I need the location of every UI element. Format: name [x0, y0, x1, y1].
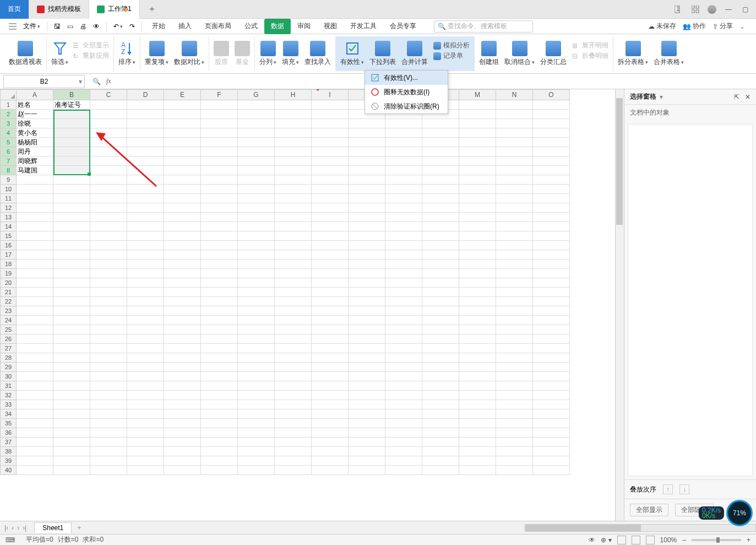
coop-link[interactable]: 👥协作 [683, 21, 706, 31]
cell-M29[interactable] [459, 363, 496, 372]
cell-K27[interactable] [385, 344, 422, 353]
cell-F16[interactable] [201, 241, 238, 250]
cell-N21[interactable] [496, 288, 533, 297]
cell-K24[interactable] [385, 316, 422, 325]
colhead-G[interactable]: G [238, 89, 275, 100]
collapse-button[interactable]: ⊟折叠明细 [572, 51, 608, 61]
cell-L34[interactable] [422, 409, 459, 419]
cell-E38[interactable] [164, 447, 201, 456]
redo-button[interactable]: ↷ [126, 19, 138, 34]
cell-F2[interactable] [201, 110, 238, 119]
cell-G20[interactable] [238, 278, 275, 288]
cell-F3[interactable] [201, 119, 238, 128]
cell-G29[interactable] [238, 363, 275, 372]
tab-template[interactable]: 找稻壳模板 [29, 0, 89, 19]
cell-A30[interactable] [17, 372, 53, 381]
cell-O29[interactable] [533, 363, 570, 372]
cell-A33[interactable] [17, 400, 53, 409]
cell-A22[interactable] [17, 297, 53, 306]
rowhead-15[interactable]: 15 [0, 231, 17, 241]
cell-M36[interactable] [459, 428, 496, 438]
cell-L10[interactable] [422, 185, 459, 194]
cell-F23[interactable] [201, 306, 238, 316]
cell-M40[interactable] [459, 466, 496, 475]
cell-A37[interactable] [17, 438, 53, 447]
cell-M27[interactable] [459, 344, 496, 353]
cell-E17[interactable] [164, 250, 201, 260]
cell-O26[interactable] [533, 334, 570, 344]
cell-D18[interactable] [127, 260, 164, 269]
showall-button[interactable]: 全部显示 [630, 504, 668, 516]
share-link[interactable]: ⇪分享 [713, 21, 733, 31]
cell-L11[interactable] [422, 194, 459, 203]
cell-D31[interactable] [127, 381, 164, 391]
cell-I5[interactable] [312, 138, 349, 147]
validity-item[interactable]: 有效性(V)... [365, 71, 448, 85]
cell-A1[interactable]: 姓名 [17, 100, 53, 110]
cell-G13[interactable] [238, 213, 275, 222]
cell-D7[interactable] [127, 157, 164, 166]
cell-C37[interactable] [90, 438, 127, 447]
rowhead-34[interactable]: 34 [0, 409, 17, 419]
rowhead-40[interactable]: 40 [0, 466, 17, 475]
cell-A5[interactable]: 杨杨阳 [17, 138, 53, 147]
cell-B36[interactable] [53, 428, 90, 438]
cell-H40[interactable] [275, 466, 312, 475]
cell-K26[interactable] [385, 334, 422, 344]
view-layout-icon[interactable] [632, 536, 640, 544]
cell-A7[interactable]: 周晓辉 [17, 157, 53, 166]
cell-J15[interactable] [349, 231, 385, 241]
cell-C36[interactable] [90, 428, 127, 438]
zoom-in-button[interactable]: + [747, 536, 750, 544]
cell-N12[interactable] [496, 203, 533, 213]
cell-M39[interactable] [459, 456, 496, 466]
group-button[interactable]: 创建组 [479, 41, 499, 67]
rowhead-39[interactable]: 39 [0, 456, 17, 466]
cell-N8[interactable] [496, 166, 533, 175]
cell-C13[interactable] [90, 213, 127, 222]
cell-G2[interactable] [238, 110, 275, 119]
cell-E20[interactable] [164, 278, 201, 288]
validity-button[interactable]: 有效性 [340, 41, 364, 67]
cell-C7[interactable] [90, 157, 127, 166]
rowhead-19[interactable]: 19 [0, 269, 17, 278]
cell-F9[interactable] [201, 175, 238, 185]
cell-O15[interactable] [533, 231, 570, 241]
cell-H4[interactable] [275, 128, 312, 138]
rowhead-1[interactable]: 1 [0, 100, 17, 110]
cell-F31[interactable] [201, 381, 238, 391]
cell-O27[interactable] [533, 344, 570, 353]
rowhead-24[interactable]: 24 [0, 316, 17, 325]
cell-N31[interactable] [496, 381, 533, 391]
cell-G30[interactable] [238, 372, 275, 381]
cell-M16[interactable] [459, 241, 496, 250]
cell-H3[interactable] [275, 119, 312, 128]
cell-J14[interactable] [349, 222, 385, 231]
cell-F37[interactable] [201, 438, 238, 447]
rowhead-27[interactable]: 27 [0, 344, 17, 353]
cell-I13[interactable] [312, 213, 349, 222]
cell-B29[interactable] [53, 363, 90, 372]
zoom-out-button[interactable]: – [682, 536, 686, 544]
rowhead-31[interactable]: 31 [0, 381, 17, 391]
cell-E10[interactable] [164, 185, 201, 194]
cell-N25[interactable] [496, 325, 533, 334]
cell-M6[interactable] [459, 147, 496, 157]
cell-L40[interactable] [422, 466, 459, 475]
cell-B12[interactable] [53, 203, 90, 213]
cell-F14[interactable] [201, 222, 238, 231]
preview-icon[interactable]: 👁 [90, 19, 103, 34]
cell-J25[interactable] [349, 325, 385, 334]
cell-C30[interactable] [90, 372, 127, 381]
cell-D16[interactable] [127, 241, 164, 250]
cell-B39[interactable] [53, 456, 90, 466]
cell-E3[interactable] [164, 119, 201, 128]
cell-J5[interactable] [349, 138, 385, 147]
cell-B38[interactable] [53, 447, 90, 456]
mergetable-button[interactable]: 合并表格 [654, 41, 684, 67]
cell-F34[interactable] [201, 409, 238, 419]
cell-E22[interactable] [164, 297, 201, 306]
record-button[interactable]: 记录单 [433, 51, 470, 61]
menutab-数据[interactable]: 数据 [264, 19, 291, 34]
cell-O4[interactable] [533, 128, 570, 138]
